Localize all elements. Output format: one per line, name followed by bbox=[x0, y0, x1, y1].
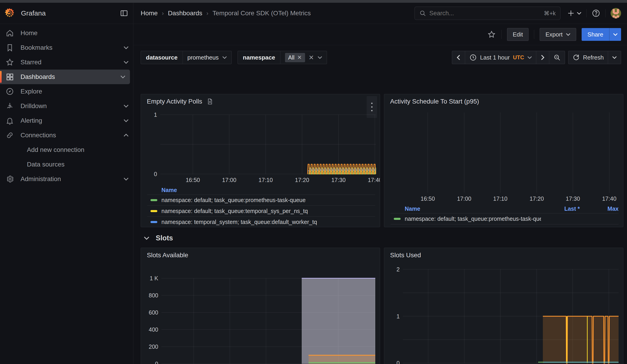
legend-header-name[interactable]: Name bbox=[161, 187, 375, 193]
y-axis-tick: 1 bbox=[141, 111, 157, 118]
namespace-picker[interactable]: All ✕ ✕ bbox=[280, 51, 327, 64]
chevron-down-icon bbox=[124, 177, 129, 182]
time-shift-back-button[interactable] bbox=[452, 51, 465, 64]
sidebar-item-explore[interactable]: Explore bbox=[0, 84, 133, 99]
zoom-out-button[interactable] bbox=[549, 51, 565, 64]
slots-available-chart[interactable]: 02004006008001 K16:5017:0017:1017:2017:3… bbox=[161, 278, 375, 364]
chevron-down-icon bbox=[124, 118, 129, 123]
breadcrumb-home[interactable]: Home bbox=[141, 9, 158, 17]
help-button[interactable] bbox=[592, 9, 600, 18]
datasource-picker[interactable]: prometheus bbox=[183, 51, 231, 64]
breadcrumb: Home › Dashboards › Temporal Core SDK (O… bbox=[141, 9, 415, 17]
legend-header-name[interactable]: Name bbox=[405, 206, 541, 212]
breadcrumb-separator: › bbox=[162, 10, 164, 17]
share-menu-button[interactable] bbox=[609, 28, 621, 41]
time-range-group: Last 1 hour UTC bbox=[452, 51, 565, 64]
search-input[interactable] bbox=[429, 10, 544, 17]
panel-title[interactable]: Empty Activity Polls bbox=[147, 98, 214, 105]
x-axis-tick: 17:30 bbox=[566, 196, 580, 202]
panel-title[interactable]: Slots Used bbox=[390, 252, 421, 259]
avatar[interactable] bbox=[611, 8, 621, 18]
legend-row[interactable]: namespace: default; task_queue:prometheu… bbox=[391, 213, 619, 224]
y-axis-tick: 1 K bbox=[141, 275, 158, 282]
panel-legend: Name namespace: default; task_queue:prom… bbox=[147, 185, 375, 227]
legend-header-last[interactable]: Last * bbox=[541, 206, 580, 212]
toolbar-divider bbox=[501, 30, 502, 39]
datasource-label: datasource bbox=[141, 51, 183, 64]
window-top-strip bbox=[0, 0, 627, 3]
bookmark-icon bbox=[5, 43, 14, 52]
time-shift-forward-button[interactable] bbox=[536, 51, 549, 64]
slots-used-chart[interactable]: 01216:5017:0017:1017:2017:3017:40 bbox=[403, 269, 619, 363]
search-bar[interactable]: ⌘+k bbox=[415, 7, 560, 20]
panel-title[interactable]: Activity Schedule To Start (p95) bbox=[390, 98, 479, 105]
refresh-icon bbox=[573, 54, 580, 61]
chevron-right-icon bbox=[540, 55, 545, 60]
sidebar-item-dashboards[interactable]: Dashboards bbox=[0, 70, 130, 84]
chevron-down-icon bbox=[566, 32, 571, 37]
sidebar-item-connections[interactable]: Connections bbox=[0, 128, 133, 143]
panel-description-icon[interactable] bbox=[206, 98, 214, 105]
panel-activity-schedule-to-start: Activity Schedule To Start (p95) 16:5017… bbox=[384, 94, 623, 227]
header-actions bbox=[567, 8, 621, 18]
x-axis-tick: 17:30 bbox=[331, 177, 346, 183]
y-axis-tick: 600 bbox=[141, 309, 158, 316]
legend-header-max[interactable]: Max bbox=[580, 206, 619, 212]
drilldown-icon bbox=[5, 102, 14, 110]
gear-icon bbox=[5, 175, 14, 183]
chevron-down-icon bbox=[144, 235, 149, 241]
panel-slots-used: Slots Used 01216:5017:0017:1017:2017:301… bbox=[384, 248, 623, 364]
breadcrumb-dashboards[interactable]: Dashboards bbox=[168, 9, 202, 17]
empty-activity-polls-chart[interactable]: 0116:5017:0017:1017:2017:3017:40 bbox=[160, 115, 376, 174]
clear-selection-icon[interactable]: ✕ bbox=[309, 54, 314, 61]
legend-row[interactable]: namespace: temporal_system; task_queue:d… bbox=[147, 216, 375, 227]
sidebar-item-bookmarks[interactable]: Bookmarks bbox=[0, 40, 133, 55]
sidebar-item-alerting[interactable]: Alerting bbox=[0, 113, 133, 128]
refresh-interval-button[interactable] bbox=[608, 51, 621, 64]
sidebar-item-data-sources[interactable]: Data sources bbox=[0, 157, 133, 172]
favorite-button[interactable] bbox=[487, 30, 496, 39]
breadcrumb-separator: › bbox=[206, 10, 209, 17]
chevron-down-icon bbox=[527, 55, 532, 60]
legend-row[interactable]: namespace: default; task_queue:temporal_… bbox=[147, 206, 375, 216]
grafana-logo-icon bbox=[4, 8, 15, 19]
y-axis-tick: 200 bbox=[141, 343, 158, 350]
sidebar-item-home[interactable]: Home bbox=[0, 26, 133, 40]
sidebar-item-add-new-connection[interactable]: Add new connection bbox=[0, 143, 133, 157]
y-axis-tick: 2 bbox=[384, 266, 400, 273]
edit-button[interactable]: Edit bbox=[507, 28, 529, 41]
new-button[interactable] bbox=[567, 9, 581, 17]
sidebar-item-drilldown[interactable]: Drilldown bbox=[0, 99, 133, 113]
activity-schedule-chart[interactable]: 16:5017:0017:1017:2017:3017:40 bbox=[402, 112, 619, 193]
refresh-button[interactable]: Refresh bbox=[568, 51, 608, 64]
panel-legend: Name Last * Max namespace: default; task… bbox=[391, 204, 619, 225]
sidebar-item-starred[interactable]: Starred bbox=[0, 55, 133, 70]
time-range-picker[interactable]: Last 1 hour UTC bbox=[465, 51, 536, 64]
y-axis-tick: 800 bbox=[141, 292, 158, 299]
chevron-down-icon bbox=[613, 32, 618, 37]
sidebar-item-administration[interactable]: Administration bbox=[0, 172, 133, 186]
export-button[interactable]: Export bbox=[540, 28, 576, 41]
x-axis-tick: 17:40 bbox=[602, 196, 617, 202]
chevron-down-icon bbox=[124, 104, 129, 108]
chevron-down-icon bbox=[124, 45, 129, 50]
legend-divider-row bbox=[391, 224, 619, 225]
namespace-label: namespace bbox=[238, 51, 280, 64]
namespace-chip[interactable]: All ✕ bbox=[285, 53, 305, 62]
panel-slots-available: Slots Available 02004006008001 K16:5017:… bbox=[141, 248, 380, 364]
legend-row[interactable]: namespace: default; task_queue:prometheu… bbox=[147, 195, 375, 206]
series-color-pill bbox=[394, 218, 401, 220]
slots-section-toggle[interactable]: Slots bbox=[144, 234, 173, 242]
panel-title[interactable]: Slots Available bbox=[147, 252, 188, 259]
app-header: Grafana Home › Dashboards › Temporal Cor… bbox=[0, 3, 627, 24]
sidebar-toggle-icon[interactable] bbox=[119, 9, 129, 18]
namespace-variable: namespace All ✕ ✕ bbox=[238, 51, 327, 64]
header-divider bbox=[586, 9, 587, 17]
clock-icon bbox=[469, 53, 477, 61]
dashboard-content: Edit Export Share datasource prometheus bbox=[133, 24, 627, 364]
link-icon bbox=[5, 131, 14, 140]
chip-remove-icon[interactable]: ✕ bbox=[297, 54, 302, 61]
share-button[interactable]: Share bbox=[582, 28, 609, 41]
brand-title: Grafana bbox=[21, 9, 119, 17]
compass-icon bbox=[5, 87, 14, 96]
